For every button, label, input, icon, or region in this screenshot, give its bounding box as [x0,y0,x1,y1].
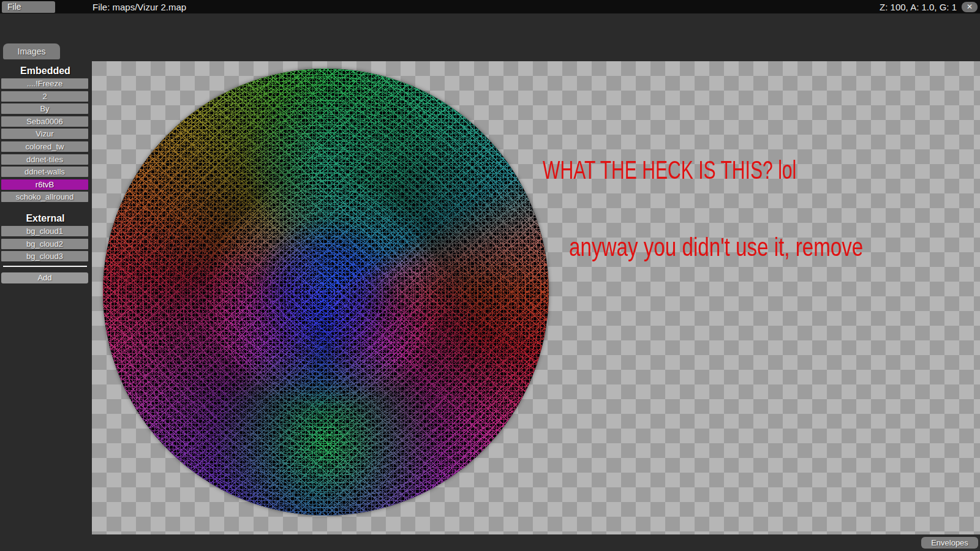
open-file-label: File: maps/Vizur 2.map [92,0,186,13]
editor-viewport[interactable]: WHAT THE HECK IS THIS? lol anyway you di… [92,61,980,534]
annotation-line-2: anyway you didn't use it, remove [569,234,941,260]
zoom-anim-grid-status: Z: 100, A: 1.0, G: 1 [880,0,957,13]
add-image-button[interactable]: Add [1,272,88,283]
image-item-ddnet-tiles[interactable]: ddnet-tiles [1,154,88,165]
envelopes-button[interactable]: Envelopes [921,537,978,549]
close-icon[interactable]: ✕ [962,2,978,12]
external-section-title: External [0,212,91,224]
image-item-freeze[interactable]: ....!Freeze [1,78,88,89]
image-item-bg-cloud1[interactable]: bg_cloud1 [1,226,88,236]
menu-bar: File File: maps/Vizur 2.map Z: 100, A: 1… [0,0,980,13]
annotation-line-1: WHAT THE HECK IS THIS? lol [543,157,905,183]
image-item-ddnet-walls[interactable]: ddnet-walls [1,167,88,177]
image-item-2[interactable]: 2 [1,91,88,102]
tab-images[interactable]: Images [3,43,60,59]
image-item-bg-cloud2[interactable]: bg_cloud2 [1,239,88,249]
image-item-vizur[interactable]: Vizur [1,129,88,139]
map-editor-window: File File: maps/Vizur 2.map Z: 100, A: 1… [0,0,980,551]
image-preview-sphere [103,69,549,515]
sidebar-separator [3,266,87,267]
image-item-colored-tw[interactable]: colored_tw [1,141,88,152]
embedded-section-title: Embedded [0,65,91,77]
sphere-rim [103,69,549,515]
image-item-r6tvb-selected[interactable]: r6tvB [1,179,88,190]
image-item-bg-cloud3[interactable]: bg_cloud3 [1,251,88,261]
file-menu-button[interactable]: File [2,1,55,13]
image-item-schoko-allround[interactable]: schoko_allround [1,192,88,202]
image-item-by[interactable]: By [1,103,88,114]
image-item-seba0006[interactable]: Seba0006 [1,116,88,127]
